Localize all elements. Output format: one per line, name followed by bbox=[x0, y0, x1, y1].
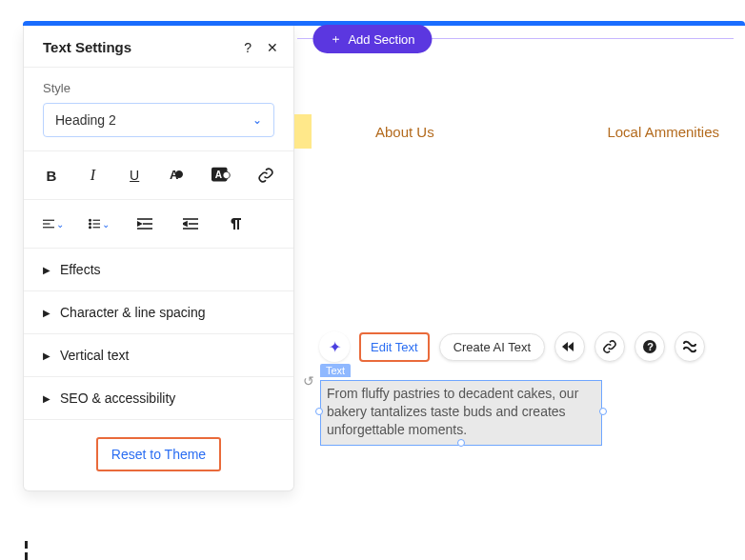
text-color-button[interactable]: A bbox=[168, 165, 187, 186]
list-button[interactable]: ⌄ bbox=[89, 213, 110, 234]
chevron-down-icon: ⌄ bbox=[252, 113, 262, 127]
close-icon[interactable]: ✕ bbox=[267, 40, 278, 55]
svg-point-10 bbox=[90, 227, 91, 229]
ai-sparkle-icon[interactable]: ✦ bbox=[319, 331, 350, 362]
svg-text:?: ? bbox=[647, 341, 654, 352]
italic-button[interactable]: I bbox=[85, 165, 102, 186]
chevron-down-icon: ⌄ bbox=[56, 219, 64, 230]
style-select-value: Heading 2 bbox=[55, 112, 116, 128]
accordion-label: Effects bbox=[60, 262, 101, 277]
svg-point-8 bbox=[90, 223, 91, 225]
caret-right-icon: ▶ bbox=[43, 265, 50, 275]
element-type-tag: Text bbox=[320, 364, 351, 377]
text-element[interactable]: Text From fluffy pastries to decadent ca… bbox=[320, 380, 602, 446]
page-nav: About Us Local Ammenities bbox=[299, 124, 734, 152]
text-settings-panel: Text Settings ? ✕ Style Heading 2 ⌄ B I … bbox=[23, 26, 294, 491]
format-toolbar-row-1: B I U A A bbox=[24, 151, 293, 200]
highlight-color-button[interactable]: A bbox=[211, 165, 232, 186]
element-help-button[interactable]: ? bbox=[634, 331, 665, 362]
caret-right-icon: ▶ bbox=[43, 350, 50, 361]
undo-icon[interactable]: ↺ bbox=[303, 373, 314, 389]
link-button[interactable] bbox=[257, 165, 274, 186]
accordion-seo[interactable]: ▶ SEO & accessibility bbox=[24, 377, 293, 420]
swap-button[interactable] bbox=[675, 331, 705, 362]
nav-link-about[interactable]: About Us bbox=[375, 124, 434, 140]
underline-button[interactable]: U bbox=[126, 165, 143, 186]
svg-text:A: A bbox=[215, 170, 223, 180]
element-toolbar: ✦ Edit Text Create AI Text ? bbox=[319, 331, 705, 362]
caret-right-icon: ▶ bbox=[43, 393, 50, 404]
accordion-label: SEO & accessibility bbox=[60, 390, 175, 406]
accordion-vertical[interactable]: ▶ Vertical text bbox=[24, 334, 293, 377]
svg-marker-21 bbox=[568, 342, 574, 351]
svg-marker-19 bbox=[183, 222, 187, 226]
text-direction-button[interactable] bbox=[226, 213, 247, 234]
indent-button[interactable] bbox=[180, 213, 201, 234]
caret-right-icon: ▶ bbox=[43, 308, 50, 318]
add-section-button[interactable]: ＋ Add Section bbox=[312, 25, 432, 53]
align-button[interactable]: ⌄ bbox=[43, 213, 64, 234]
reset-to-theme-button[interactable]: Reset to Theme bbox=[96, 437, 221, 471]
caret-decor bbox=[25, 541, 28, 560]
accordion-effects[interactable]: ▶ Effects bbox=[24, 249, 293, 291]
svg-point-6 bbox=[90, 219, 91, 221]
accordion-label: Character & line spacing bbox=[60, 305, 206, 320]
chevron-down-icon: ⌄ bbox=[102, 219, 110, 230]
outdent-button[interactable] bbox=[134, 213, 155, 234]
accordion-label: Vertical text bbox=[60, 348, 129, 363]
style-section: Style Heading 2 ⌄ bbox=[24, 68, 293, 151]
resize-handle-bottom[interactable] bbox=[457, 439, 465, 447]
element-link-button[interactable] bbox=[594, 331, 625, 362]
svg-marker-15 bbox=[137, 222, 141, 226]
reset-area: Reset to Theme bbox=[24, 420, 293, 490]
text-content[interactable]: From fluffy pastries to decadent cakes, … bbox=[320, 380, 602, 446]
panel-title: Text Settings bbox=[43, 39, 131, 55]
resize-handle-left[interactable] bbox=[315, 408, 323, 415]
panel-header: Text Settings ? ✕ bbox=[24, 26, 293, 68]
help-icon[interactable]: ? bbox=[244, 40, 252, 55]
bold-button[interactable]: B bbox=[43, 165, 60, 186]
add-section-label: Add Section bbox=[348, 32, 414, 47]
style-select[interactable]: Heading 2 ⌄ bbox=[43, 103, 274, 137]
plus-icon: ＋ bbox=[330, 30, 342, 48]
nav-link-local[interactable]: Local Ammenities bbox=[607, 124, 719, 140]
resize-handle-right[interactable] bbox=[599, 408, 607, 415]
create-ai-text-button[interactable]: Create AI Text bbox=[439, 333, 545, 361]
animation-button[interactable] bbox=[554, 331, 585, 362]
format-toolbar-row-2: ⌄ ⌄ bbox=[24, 200, 293, 249]
accordion-spacing[interactable]: ▶ Character & line spacing bbox=[24, 291, 293, 334]
edit-text-button[interactable]: Edit Text bbox=[359, 332, 430, 362]
style-label: Style bbox=[43, 81, 274, 95]
svg-marker-20 bbox=[562, 342, 568, 351]
